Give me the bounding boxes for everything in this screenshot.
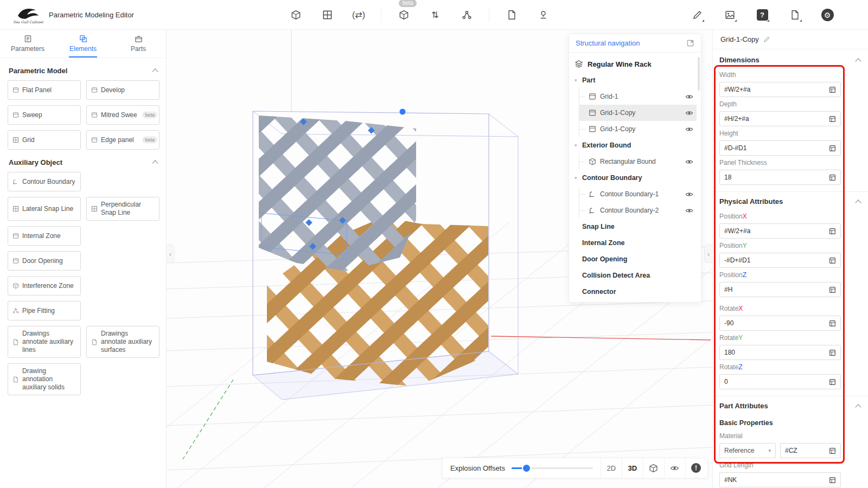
tree-group-exterior-bound[interactable]: ▾ Exterior Bound [575, 137, 697, 153]
formula-icon[interactable] [829, 349, 836, 356]
formula-icon[interactable] [829, 378, 836, 386]
explosion-offsets-slider[interactable] [512, 464, 593, 472]
warnings-button[interactable]: ! [685, 458, 706, 478]
tree-item-contour-boundary-2[interactable]: Contour Boundary-2 [579, 202, 697, 219]
snapshot-button[interactable] [720, 6, 739, 24]
mitred-sweep-button[interactable]: Mitred Sweep beta [86, 105, 159, 125]
perpendicular-snap-line-button[interactable]: Perpendicular Snap Line [86, 197, 159, 221]
drawings-annotate-auxiliary-lines-button[interactable]: Drawings annotate auxiliary lines [8, 326, 81, 358]
tree-item-grid-1-copy-2[interactable]: Grid-1-Copy [579, 121, 697, 137]
view-3d-button[interactable]: 3D [622, 458, 643, 478]
formula-icon[interactable] [829, 228, 836, 235]
material-grid-button[interactable] [318, 6, 336, 24]
contour-boundary-button[interactable]: Contour Boundary [8, 172, 81, 191]
visibility-eye-icon[interactable] [684, 124, 694, 134]
settings-button[interactable]: ⚙ [818, 6, 837, 24]
document-button[interactable] [786, 6, 804, 24]
formula-icon[interactable] [829, 320, 836, 327]
isometric-view-button[interactable] [643, 458, 664, 478]
develop-button[interactable]: Develop [86, 80, 159, 100]
collapse-right-panel-handle[interactable]: › [704, 245, 712, 263]
tab-elements[interactable]: Elements [55, 30, 111, 57]
rotate-x-input[interactable]: -90 [719, 316, 841, 331]
drawing-annotation-auxiliary-solids-button[interactable]: Drawing annotation auxiliary solids [8, 363, 81, 395]
tree-group-contour-boundary[interactable]: ▾ Contour Boundary [575, 170, 697, 186]
help-button[interactable]: ? [753, 6, 771, 24]
updown-button[interactable]: ⇅ [426, 6, 444, 24]
lateral-snap-line-button[interactable]: Lateral Snap Line [8, 197, 81, 221]
formula-icon[interactable] [829, 447, 836, 454]
section-physical-attributes[interactable]: Physical Attributes [719, 193, 841, 209]
section-part-attributes[interactable]: Part Attributes [719, 397, 841, 414]
tab-parts[interactable]: Parts [111, 30, 166, 57]
flat-panel-button[interactable]: Flat Panel [8, 80, 81, 100]
material-reference-select[interactable]: Reference ▾ [719, 443, 776, 458]
document-export-button[interactable] [502, 6, 521, 24]
position-z-input[interactable]: #H [719, 282, 841, 297]
position-y-input[interactable]: -#D+#D1 [719, 253, 841, 268]
tree-group-snap-line[interactable]: Snap Line [575, 219, 697, 235]
depth-input[interactable]: #H/2+#a [719, 111, 841, 126]
visibility-eye-icon[interactable] [684, 189, 694, 200]
pipe-fitting-button[interactable]: Pipe Fitting [8, 301, 81, 320]
stamp-button[interactable] [534, 6, 552, 24]
panel-thickness-label: Panel Thickness [719, 159, 841, 167]
collapse-left-panel-handle[interactable]: ‹ [167, 245, 175, 263]
section-dimensions[interactable]: Dimensions [719, 52, 841, 68]
drawings-annotate-auxiliary-surfaces-button[interactable]: Drawings annotate auxiliary surfaces [86, 326, 159, 358]
tree-item-contour-boundary-1[interactable]: Contour Boundary-1 [579, 186, 697, 202]
viewport-3d[interactable]: ‹ › Explosion Offsets 2D 3D ! Structu [167, 30, 712, 488]
model-cube-button[interactable] [286, 6, 305, 24]
auxiliary-object-section-header[interactable]: Auxiliary Object [9, 158, 157, 166]
collapse-triangle-icon: ▾ [575, 175, 579, 181]
edit-pencil-button[interactable] [688, 6, 706, 24]
tree-group-door-opening[interactable]: Door Opening [575, 251, 697, 267]
tree-group-connector[interactable]: Connector [575, 284, 697, 300]
visibility-eye-icon[interactable] [684, 157, 694, 167]
visibility-eye-icon[interactable] [684, 108, 694, 118]
rotate-z-input[interactable]: 0 [719, 374, 841, 389]
visibility-eye-icon[interactable] [684, 206, 694, 216]
tree-item-grid-1[interactable]: Grid-1 [579, 88, 697, 105]
grid-button[interactable]: Grid [8, 130, 81, 150]
expand-panel-button[interactable] [686, 39, 694, 47]
tab-parameters[interactable]: Parameters [0, 30, 55, 57]
formula-icon[interactable] [829, 286, 836, 293]
rename-pencil-icon[interactable] [763, 36, 770, 43]
swap-button[interactable]: (⇄) [349, 6, 368, 24]
view-2d-button[interactable]: 2D [601, 458, 622, 478]
width-input[interactable]: #W/2+#a [719, 82, 841, 97]
beta-cube-button[interactable]: beta [394, 6, 413, 24]
tree-item-rectangular-bound[interactable]: Rectangular Bound [579, 153, 697, 170]
interference-zone-button[interactable]: Interference Zone [8, 276, 81, 296]
tree-group-internal-zone[interactable]: Internal Zone [575, 235, 697, 251]
formula-icon[interactable] [829, 477, 836, 484]
height-input[interactable]: #D-#D1 [719, 140, 841, 156]
tree-group-part[interactable]: ▾ Part [575, 72, 697, 88]
formula-icon[interactable] [829, 257, 836, 264]
material-code-input[interactable]: #CZ [780, 443, 841, 458]
tree-item-grid-1-copy[interactable]: Grid-1-Copy [579, 105, 697, 121]
visibility-toggle-button[interactable] [664, 458, 685, 478]
rotate-y-input[interactable]: 180 [719, 345, 841, 360]
formula-icon[interactable] [829, 145, 836, 152]
slider-thumb[interactable] [523, 465, 530, 472]
formula-icon[interactable] [829, 86, 836, 93]
tree-root-regular-wine-rack[interactable]: Regular Wine Rack [575, 56, 697, 72]
formula-icon[interactable] [829, 174, 836, 181]
grid-length-input[interactable]: #NK [719, 472, 841, 487]
sweep-button[interactable]: Sweep [8, 105, 81, 125]
perpendicular-snap-line-icon [91, 206, 98, 212]
edge-panel-button[interactable]: Edge panel beta [86, 130, 159, 150]
tree-group-collision-detect-area[interactable]: Collision Detect Area [575, 267, 697, 284]
door-opening-button[interactable]: Door Opening [8, 251, 81, 271]
formula-icon[interactable] [829, 115, 836, 123]
chevron-right-icon: › [707, 250, 710, 258]
nodes-button[interactable] [457, 6, 476, 24]
parametric-model-section-header[interactable]: Parametric Model [9, 67, 157, 75]
panel-thickness-input[interactable]: 18 [719, 170, 841, 185]
visibility-eye-icon[interactable] [684, 92, 694, 102]
internal-zone-button[interactable]: Internal Zone [8, 226, 81, 246]
position-x-input[interactable]: #W/2+#a [719, 223, 841, 239]
scrollbar-thumb[interactable] [698, 57, 700, 91]
